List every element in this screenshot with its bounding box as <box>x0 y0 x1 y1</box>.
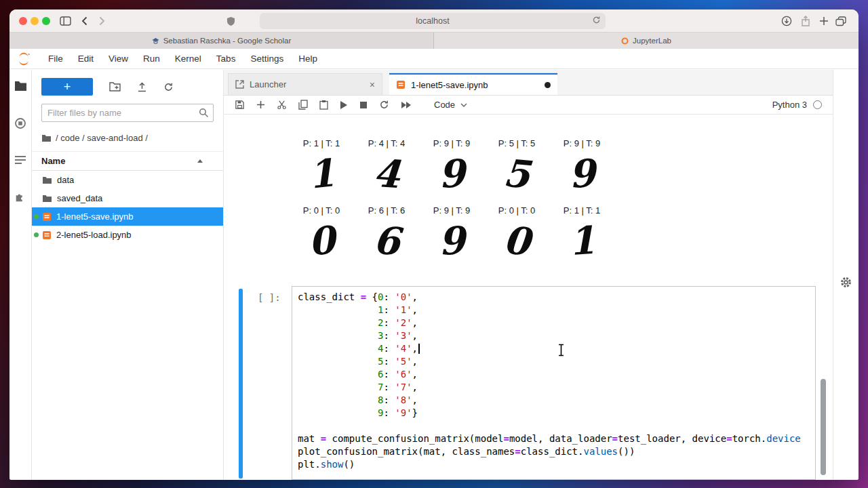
zoom-window-button[interactable] <box>42 17 50 25</box>
stop-button[interactable] <box>359 101 368 109</box>
refresh-icon[interactable] <box>163 82 174 92</box>
close-window-button[interactable] <box>19 17 27 25</box>
code-line: 1: '1', <box>298 304 815 317</box>
file-row[interactable]: saved_data <box>32 189 223 207</box>
run-all-button[interactable] <box>401 101 412 109</box>
share-button[interactable] <box>799 15 812 27</box>
kernel-name: Python 3 <box>772 100 807 110</box>
sidebar-item-running[interactable] <box>14 117 26 129</box>
copy-button[interactable] <box>298 100 308 110</box>
minimize-window-button[interactable] <box>31 17 39 25</box>
digit-image: 0 <box>482 216 551 266</box>
downloads-button[interactable] <box>780 15 793 27</box>
unsaved-changes-icon[interactable] <box>545 82 551 88</box>
address-url: localhost <box>416 16 449 26</box>
back-button[interactable] <box>77 15 91 27</box>
paste-button[interactable] <box>319 100 328 110</box>
breadcrumb[interactable]: / code / save-and-load / <box>41 133 214 143</box>
sort-ascending-icon <box>197 159 203 163</box>
jupyter-menubar: FileEditViewRunKernelTabsSettingsHelp <box>9 49 859 69</box>
tab-notebook-active[interactable]: 1-lenet5-save.ipynb <box>389 73 557 95</box>
reload-icon[interactable] <box>592 16 601 24</box>
code-line: 8: '8', <box>298 394 815 407</box>
favicon-google-scholar <box>152 37 159 45</box>
menu-items: FileEditViewRunKernelTabsSettingsHelp <box>41 49 325 68</box>
menu-item-view[interactable]: View <box>101 49 136 68</box>
menu-item-kernel[interactable]: Kernel <box>167 49 209 68</box>
launcher-icon <box>235 80 244 89</box>
notebook-content[interactable]: 73461P: 1 | T: 1P: 4 | T: 4P: 9 | T: 9P:… <box>224 115 833 480</box>
name-column-header[interactable]: Name <box>32 151 223 171</box>
digit-image: 1 <box>549 115 614 119</box>
code-line <box>298 420 815 432</box>
privacy-shield-icon[interactable] <box>224 15 237 27</box>
forward-button[interactable] <box>95 15 108 27</box>
upload-icon[interactable] <box>137 82 147 92</box>
menu-item-settings[interactable]: Settings <box>243 49 291 68</box>
digit-image: 1 <box>287 148 356 199</box>
browser-tab-scholar[interactable]: Sebastian Raschka - Google Scholar <box>9 33 434 49</box>
digit-caption: P: 6 | T: 6 <box>354 205 419 216</box>
scrollbar-thumb[interactable] <box>821 379 826 475</box>
menu-item-tabs[interactable]: Tabs <box>209 49 243 68</box>
code-line: plt.show() <box>298 458 815 471</box>
add-cell-button[interactable] <box>256 100 265 109</box>
notebook-toolbar: Code Python 3 <box>224 96 833 115</box>
code-line: 4: '4', <box>298 342 815 355</box>
address-bar[interactable]: localhost <box>260 13 606 29</box>
folder-icon <box>42 176 52 184</box>
menu-item-help[interactable]: Help <box>291 49 325 68</box>
restart-kernel-button[interactable] <box>379 100 389 110</box>
name-header-label: Name <box>41 156 65 166</box>
file-name: 1-lenet5-save.ipynb <box>56 211 133 222</box>
menu-item-run[interactable]: Run <box>136 49 167 68</box>
file-row[interactable]: 2-lenet5-load.ipynb <box>32 226 223 244</box>
digit-caption: P: 4 | T: 4 <box>354 138 419 148</box>
digit-image: 9 <box>548 149 616 199</box>
right-sidebar <box>833 70 859 480</box>
jupyter-logo-icon <box>16 52 31 66</box>
cell-collapser[interactable] <box>239 289 243 479</box>
new-launcher-button[interactable]: + <box>41 78 93 96</box>
code-line: 2: '2', <box>298 317 815 329</box>
run-button[interactable] <box>340 100 348 110</box>
code-cell: [ ]: class_dict = {0: '0', 1: '1', 2: '2… <box>224 286 833 480</box>
breadcrumb-path: / code / save-and-load / <box>56 133 148 143</box>
sidebar-toggle-button[interactable] <box>58 15 72 27</box>
new-tab-button[interactable] <box>817 15 831 27</box>
file-row[interactable]: 1-lenet5-save.ipynb <box>32 207 223 226</box>
menu-item-edit[interactable]: Edit <box>71 49 101 68</box>
file-name: saved_data <box>57 193 102 203</box>
sidebar-item-toc[interactable] <box>14 155 26 165</box>
browser-tab-jupyterlab[interactable]: JupyterLab <box>434 33 859 49</box>
running-kernel-dot <box>34 214 39 219</box>
cell-type-select[interactable]: Code <box>434 100 467 110</box>
code-editor[interactable]: class_dict = {0: '0', 1: '1', 2: '2', 3:… <box>292 286 816 480</box>
browser-tab-label: Sebastian Raschka - Google Scholar <box>163 37 292 45</box>
tab-launcher[interactable]: Launcher × <box>228 73 382 95</box>
menu-item-file[interactable]: File <box>41 49 71 68</box>
digit-caption: P: 9 | T: 9 <box>419 138 484 148</box>
browser-window: localhost Sebastian Raschka - Google Sch… <box>9 9 859 480</box>
code-line: 3: '3', <box>298 329 815 342</box>
digit-image: 4 <box>419 115 484 119</box>
property-inspector-gear-icon[interactable] <box>840 85 852 480</box>
code-line: 6: '6', <box>298 368 815 381</box>
file-browser-panel: + / code <box>32 70 224 480</box>
digit-image-row: 73461 <box>289 115 614 131</box>
sidebar-item-extensions[interactable] <box>14 190 26 203</box>
tab-label: 1-lenet5-save.ipynb <box>411 80 488 90</box>
sidebar-item-files[interactable] <box>14 81 27 92</box>
kernel-indicator[interactable]: Python 3 <box>772 100 822 110</box>
file-row[interactable]: data <box>32 171 223 189</box>
cut-button[interactable] <box>277 100 287 110</box>
close-icon[interactable]: × <box>370 79 375 90</box>
tab-overview-button[interactable] <box>834 15 848 27</box>
digit-image: 7 <box>289 115 354 119</box>
save-button[interactable] <box>235 100 245 110</box>
digit-image-row: 14959 <box>289 148 614 199</box>
new-folder-icon[interactable] <box>109 82 121 92</box>
cell-type-label: Code <box>434 100 455 110</box>
filter-files-input[interactable] <box>41 104 214 122</box>
digit-caption: P: 9 | T: 9 <box>549 138 614 148</box>
